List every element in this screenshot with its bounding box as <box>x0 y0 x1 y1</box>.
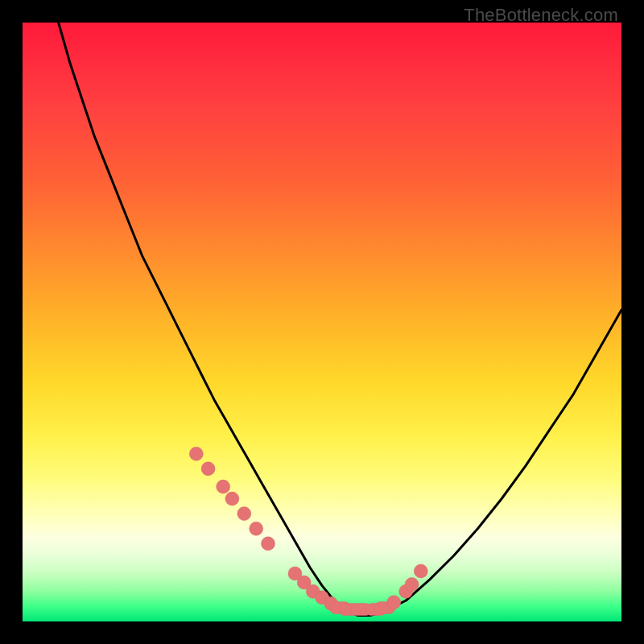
chart-marker <box>217 480 230 493</box>
marker-layer <box>189 447 427 615</box>
chart-marker <box>237 507 251 521</box>
chart-marker <box>414 564 427 578</box>
chart-marker <box>189 447 203 460</box>
chart-marker <box>405 577 419 591</box>
plot-area <box>23 23 621 621</box>
curve-layer <box>59 23 621 616</box>
chart-marker <box>201 462 215 476</box>
chart-marker <box>262 537 275 551</box>
chart-marker <box>387 596 401 609</box>
outer-frame: TheBottleneck.com <box>0 0 644 644</box>
chart-marker <box>250 522 263 535</box>
bottleneck-curve <box>59 23 621 616</box>
watermark-text: TheBottleneck.com <box>464 5 618 26</box>
chart-svg <box>23 23 621 621</box>
chart-marker <box>225 492 239 506</box>
